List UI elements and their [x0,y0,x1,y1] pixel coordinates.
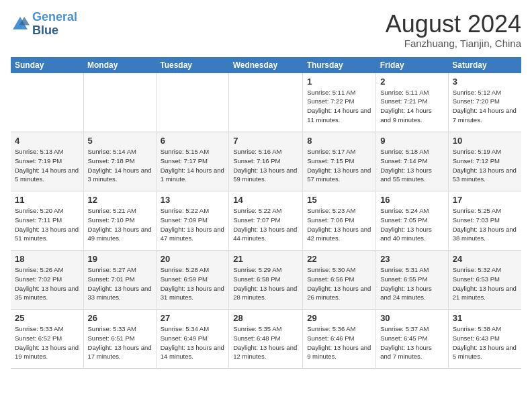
day-number: 12 [88,195,152,205]
weekday-header-sunday: Sunday [11,57,83,73]
calendar-cell: 5Sunrise: 5:14 AMSunset: 7:18 PMDaylight… [83,132,156,191]
day-number: 2 [380,77,444,87]
calendar-cell: 31Sunrise: 5:38 AMSunset: 6:43 PMDayligh… [448,310,521,369]
day-info: Sunrise: 5:16 AMSunset: 7:16 PMDaylight:… [233,147,298,184]
day-number: 23 [380,254,444,264]
calendar-cell: 6Sunrise: 5:15 AMSunset: 7:17 PMDaylight… [156,132,228,191]
day-info: Sunrise: 5:15 AMSunset: 7:17 PMDaylight:… [161,147,224,184]
calendar-table: SundayMondayTuesdayWednesdayThursdayFrid… [11,57,521,369]
calendar-week-row: 25Sunrise: 5:33 AMSunset: 6:52 PMDayligh… [11,310,521,369]
day-info: Sunrise: 5:14 AMSunset: 7:18 PMDaylight:… [88,147,152,184]
calendar-cell: 12Sunrise: 5:21 AMSunset: 7:10 PMDayligh… [83,191,156,250]
day-info: Sunrise: 5:22 AMSunset: 7:09 PMDaylight:… [161,206,224,243]
calendar-cell [229,73,303,132]
day-number: 21 [233,254,298,264]
calendar-cell: 23Sunrise: 5:31 AMSunset: 6:55 PMDayligh… [376,250,449,310]
day-info: Sunrise: 5:12 AMSunset: 7:20 PMDaylight:… [453,88,517,125]
calendar-cell: 14Sunrise: 5:22 AMSunset: 7:07 PMDayligh… [229,191,303,250]
calendar-cell: 25Sunrise: 5:33 AMSunset: 6:52 PMDayligh… [11,310,83,369]
calendar-week-row: 11Sunrise: 5:20 AMSunset: 7:11 PMDayligh… [11,191,521,250]
day-info: Sunrise: 5:31 AMSunset: 6:55 PMDaylight:… [380,265,444,302]
calendar-cell: 29Sunrise: 5:36 AMSunset: 6:46 PMDayligh… [303,310,376,369]
calendar-cell: 24Sunrise: 5:32 AMSunset: 6:53 PMDayligh… [448,250,521,310]
day-number: 6 [161,136,224,146]
day-info: Sunrise: 5:37 AMSunset: 6:45 PMDaylight:… [380,324,444,361]
calendar-cell: 28Sunrise: 5:35 AMSunset: 6:48 PMDayligh… [229,310,303,369]
day-info: Sunrise: 5:30 AMSunset: 6:56 PMDaylight:… [307,265,371,302]
day-info: Sunrise: 5:33 AMSunset: 6:51 PMDaylight:… [88,324,152,361]
calendar-cell: 7Sunrise: 5:16 AMSunset: 7:16 PMDaylight… [229,132,303,191]
day-number: 9 [380,136,444,146]
calendar-cell [11,73,83,132]
calendar-cell: 15Sunrise: 5:23 AMSunset: 7:06 PMDayligh… [303,191,376,250]
weekday-header-monday: Monday [83,57,156,73]
calendar-cell: 2Sunrise: 5:11 AMSunset: 7:21 PMDaylight… [376,73,449,132]
day-info: Sunrise: 5:19 AMSunset: 7:12 PMDaylight:… [453,147,517,184]
weekday-header-tuesday: Tuesday [156,57,228,73]
day-info: Sunrise: 5:21 AMSunset: 7:10 PMDaylight:… [88,206,152,243]
day-number: 1 [307,77,371,87]
day-info: Sunrise: 5:13 AMSunset: 7:19 PMDaylight:… [15,147,79,184]
day-number: 24 [453,254,517,264]
day-number: 4 [15,136,79,146]
day-number: 8 [307,136,371,146]
day-number: 26 [88,313,152,323]
logo: General Blue [11,11,77,38]
calendar-week-row: 18Sunrise: 5:26 AMSunset: 7:02 PMDayligh… [11,250,521,310]
calendar-week-row: 4Sunrise: 5:13 AMSunset: 7:19 PMDaylight… [11,132,521,191]
day-number: 7 [233,136,298,146]
day-info: Sunrise: 5:22 AMSunset: 7:07 PMDaylight:… [233,206,298,243]
day-number: 11 [15,195,79,205]
day-info: Sunrise: 5:25 AMSunset: 7:03 PMDaylight:… [453,206,517,243]
day-number: 28 [233,313,298,323]
day-info: Sunrise: 5:17 AMSunset: 7:15 PMDaylight:… [307,147,371,184]
day-info: Sunrise: 5:34 AMSunset: 6:49 PMDaylight:… [161,324,224,361]
day-info: Sunrise: 5:11 AMSunset: 7:22 PMDaylight:… [307,88,371,125]
day-number: 3 [453,77,517,87]
calendar-cell: 4Sunrise: 5:13 AMSunset: 7:19 PMDaylight… [11,132,83,191]
day-number: 13 [161,195,224,205]
weekday-header-row: SundayMondayTuesdayWednesdayThursdayFrid… [11,57,521,73]
calendar-cell: 11Sunrise: 5:20 AMSunset: 7:11 PMDayligh… [11,191,83,250]
calendar-cell: 16Sunrise: 5:24 AMSunset: 7:05 PMDayligh… [376,191,449,250]
calendar-cell: 26Sunrise: 5:33 AMSunset: 6:51 PMDayligh… [83,310,156,369]
calendar-cell: 18Sunrise: 5:26 AMSunset: 7:02 PMDayligh… [11,250,83,310]
day-number: 19 [88,254,152,264]
day-info: Sunrise: 5:32 AMSunset: 6:53 PMDaylight:… [453,265,517,302]
calendar-cell: 8Sunrise: 5:17 AMSunset: 7:15 PMDaylight… [303,132,376,191]
calendar-cell: 17Sunrise: 5:25 AMSunset: 7:03 PMDayligh… [448,191,521,250]
day-number: 5 [88,136,152,146]
calendar-cell: 19Sunrise: 5:27 AMSunset: 7:01 PMDayligh… [83,250,156,310]
day-number: 30 [380,313,444,323]
day-number: 22 [307,254,371,264]
day-info: Sunrise: 5:23 AMSunset: 7:06 PMDaylight:… [307,206,371,243]
day-number: 17 [453,195,517,205]
day-info: Sunrise: 5:35 AMSunset: 6:48 PMDaylight:… [233,324,298,361]
calendar-cell: 30Sunrise: 5:37 AMSunset: 6:45 PMDayligh… [376,310,449,369]
day-number: 15 [307,195,371,205]
calendar-cell: 9Sunrise: 5:18 AMSunset: 7:14 PMDaylight… [376,132,449,191]
logo-icon [11,15,30,34]
weekday-header-wednesday: Wednesday [229,57,303,73]
day-info: Sunrise: 5:33 AMSunset: 6:52 PMDaylight:… [15,324,79,361]
month-title: August 2024 [386,11,521,38]
day-info: Sunrise: 5:18 AMSunset: 7:14 PMDaylight:… [380,147,444,184]
calendar-cell: 13Sunrise: 5:22 AMSunset: 7:09 PMDayligh… [156,191,228,250]
weekday-header-friday: Friday [376,57,449,73]
weekday-header-thursday: Thursday [303,57,376,73]
day-info: Sunrise: 5:27 AMSunset: 7:01 PMDaylight:… [88,265,152,302]
day-info: Sunrise: 5:29 AMSunset: 6:58 PMDaylight:… [233,265,298,302]
day-info: Sunrise: 5:20 AMSunset: 7:11 PMDaylight:… [15,206,79,243]
calendar-cell [156,73,228,132]
calendar-cell: 22Sunrise: 5:30 AMSunset: 6:56 PMDayligh… [303,250,376,310]
calendar-cell: 20Sunrise: 5:28 AMSunset: 6:59 PMDayligh… [156,250,228,310]
calendar-cell: 27Sunrise: 5:34 AMSunset: 6:49 PMDayligh… [156,310,228,369]
calendar-cell: 1Sunrise: 5:11 AMSunset: 7:22 PMDaylight… [303,73,376,132]
day-info: Sunrise: 5:24 AMSunset: 7:05 PMDaylight:… [380,206,444,243]
day-info: Sunrise: 5:36 AMSunset: 6:46 PMDaylight:… [307,324,371,361]
logo-text: General Blue [32,11,77,38]
day-info: Sunrise: 5:26 AMSunset: 7:02 PMDaylight:… [15,265,79,302]
day-number: 14 [233,195,298,205]
location-subtitle: Fanzhuang, Tianjin, China [386,38,521,49]
day-number: 25 [15,313,79,323]
